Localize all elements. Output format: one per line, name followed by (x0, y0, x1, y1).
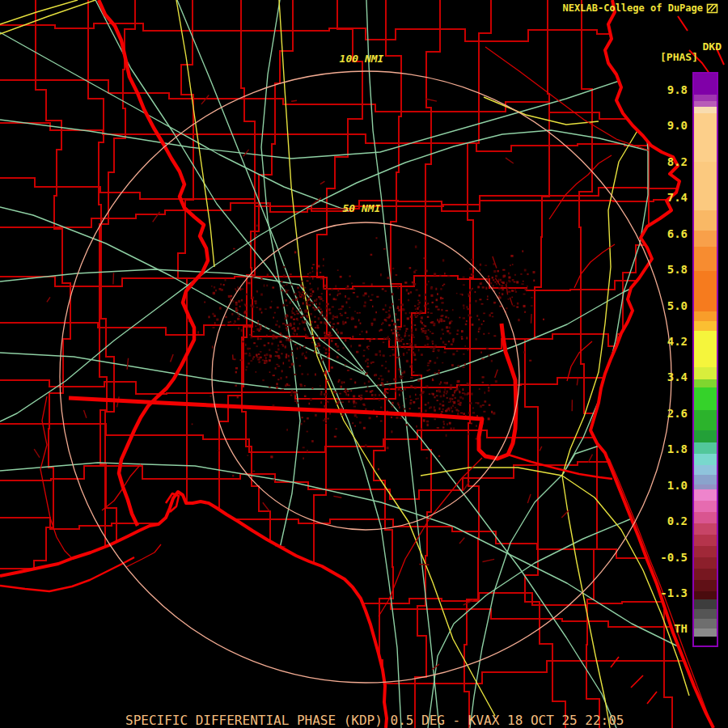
colorbar-label: 1.8 (639, 442, 688, 455)
colorbar-label: 9.0 (639, 119, 688, 132)
colorbar-label: 0.2 (639, 514, 688, 527)
colorbar-segment (694, 442, 717, 454)
colorbar-segment (694, 557, 717, 569)
colorbar-segment (694, 535, 717, 546)
colorbar-segment (694, 489, 717, 501)
colorbar-segment (694, 321, 717, 331)
colorbar-label: 5.0 (639, 299, 688, 312)
colorbar-segment (694, 162, 717, 210)
colorbar-label: 7.4 (639, 191, 688, 204)
colorbar-label: 6.6 (639, 227, 688, 240)
colorbar-segment (694, 619, 717, 629)
colorbar-segment (694, 210, 717, 231)
radar-display: 100 NMI 50 NMI NEXLAB-College of DuPage … (0, 0, 728, 728)
colorbar-label: 9.8 (639, 83, 688, 96)
colorbar-segment (694, 95, 717, 101)
colorbar-segment (694, 430, 717, 442)
product-tag: [PHAS] (660, 51, 698, 63)
colorbar-segment (694, 599, 717, 609)
product-code: DKD (703, 40, 722, 53)
colorbar-segment (694, 465, 717, 475)
colorbar-segment (694, 637, 717, 645)
colorbar-label: 5.8 (639, 263, 688, 276)
colorbar-label: 2.6 (639, 407, 688, 420)
radar-map-canvas (0, 0, 728, 728)
colorbar-segment (694, 74, 717, 95)
status-bar: SPECIFIC DIFFERENTIAL PHASE (KDP) 0.5 DE… (125, 713, 624, 728)
colorbar-scale (692, 72, 718, 647)
colorbar-segment (694, 609, 717, 619)
colorbar-segment (694, 629, 717, 637)
colorbar-segment (694, 113, 717, 162)
colorbar-segment (694, 454, 717, 465)
colorbar-segment (694, 475, 717, 485)
colorbar-segment (694, 367, 717, 379)
site-title-text: NEXLAB-College of DuPage (563, 2, 703, 14)
colorbar-label: -0.5 (639, 551, 688, 564)
colorbar-segment (694, 271, 717, 311)
colorbar-segment (694, 512, 717, 523)
colorbar-segment (694, 387, 717, 410)
range-ring-label-100nmi: 100 NMI (323, 53, 400, 65)
range-ring-label-50nmi: 50 NMI (323, 202, 400, 214)
ocean-mask (0, 0, 728, 728)
colorbar-segment (694, 410, 717, 430)
colorbar-label: 8.2 (639, 155, 688, 168)
colorbar-label: TH (639, 622, 688, 635)
colorbar-segment (694, 231, 717, 247)
colorbar-segment (694, 523, 717, 535)
colorbar-segment (694, 247, 717, 271)
colorbar-segment (694, 379, 717, 387)
colorbar-segment (694, 101, 717, 107)
site-title-block: NEXLAB-College of DuPage (563, 2, 718, 14)
colorbar-label: 1.0 (639, 479, 688, 492)
colorbar-segment (694, 580, 717, 591)
colorbar-label: 3.4 (639, 370, 688, 383)
colorbar-segment (694, 107, 717, 113)
colorbar-segment (694, 501, 717, 512)
colorbar-segment (694, 311, 717, 321)
colorbar-segment (694, 569, 717, 580)
colorbar-segment (694, 546, 717, 557)
colorbar-label: 4.2 (639, 335, 688, 348)
colorbar-segment (694, 591, 717, 599)
colorbar-label: -1.3 (639, 586, 688, 599)
colorbar-segment (694, 331, 717, 367)
cod-logo-icon (706, 3, 718, 14)
